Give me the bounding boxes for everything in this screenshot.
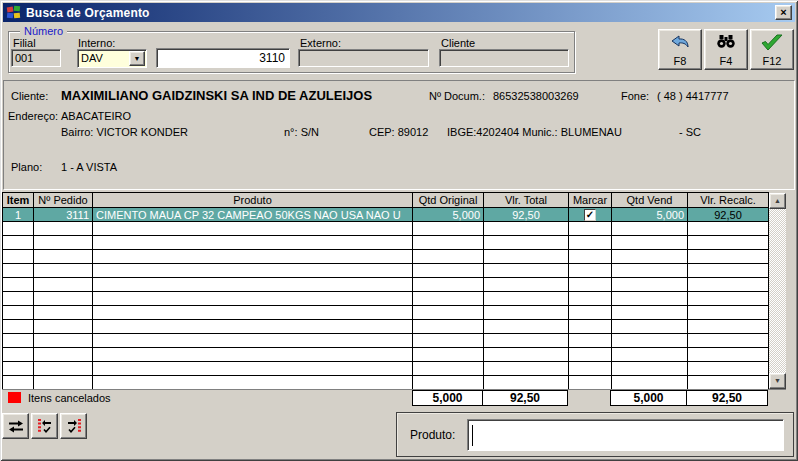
externo-label: Externo: — [300, 37, 341, 49]
table-header-row: Item Nº Pedido Produto Qtd Original Vlr.… — [3, 193, 769, 208]
busca-de-orcamento-window: Busca de Orçamento × Número Filial 001 I… — [0, 0, 798, 461]
totals-row: Itens cancelados 5,000 92,50 5,000 92,50 — [2, 389, 786, 405]
cep-line: CEP: 89012 — [369, 126, 428, 138]
table-row-empty[interactable] — [3, 376, 769, 390]
empty-cell — [612, 222, 688, 236]
empty-cell — [688, 348, 769, 362]
table-row-empty[interactable] — [3, 320, 769, 334]
empty-cell — [413, 320, 484, 334]
produto-input[interactable] — [467, 419, 784, 451]
window-title: Busca de Orçamento — [26, 6, 775, 20]
table-row-empty[interactable] — [3, 362, 769, 376]
scroll-up-icon[interactable]: ▲ — [769, 193, 786, 209]
swap-items-button[interactable] — [2, 413, 29, 439]
empty-cell — [569, 320, 612, 334]
empty-cell — [569, 292, 612, 306]
numero-group-label: Número — [20, 25, 67, 37]
empty-cell — [93, 320, 413, 334]
empty-cell — [569, 348, 612, 362]
empty-cell — [569, 334, 612, 348]
title-bar: Busca de Orçamento × — [3, 3, 795, 22]
empty-cell — [688, 320, 769, 334]
externo-field — [298, 49, 429, 67]
empty-cell — [688, 306, 769, 320]
empty-cell — [34, 250, 93, 264]
table-row-empty[interactable] — [3, 250, 769, 264]
total-vlr-recalc: 92,50 — [686, 390, 768, 406]
marcar-checkbox-checked[interactable]: ✓ — [584, 209, 596, 221]
table-row-selected[interactable]: 1 3111 CIMENTO MAUA CP 32 CAMPEAO 50KGS … — [3, 208, 769, 222]
scroll-down-icon[interactable]: ▼ — [769, 373, 786, 389]
empty-cell — [413, 334, 484, 348]
table-grid: Item Nº Pedido Produto Qtd Original Vlr.… — [2, 192, 769, 390]
empty-cell — [612, 306, 688, 320]
table-row-empty[interactable] — [3, 334, 769, 348]
empty-cell — [569, 376, 612, 390]
empty-cell — [688, 278, 769, 292]
empty-cell — [34, 320, 93, 334]
cliente-field — [439, 49, 569, 67]
empty-cell — [484, 362, 569, 376]
empty-cell — [413, 348, 484, 362]
col-header-vlr-total: Vlr. Total — [484, 193, 569, 208]
empty-cell — [612, 292, 688, 306]
empty-cell — [34, 348, 93, 362]
move-left-check-button[interactable] — [31, 413, 58, 439]
vertical-scrollbar[interactable]: ▲ ▼ — [769, 193, 786, 389]
empty-cell — [93, 250, 413, 264]
empty-cell — [612, 236, 688, 250]
table-row-empty[interactable] — [3, 278, 769, 292]
uf-line: - SC — [679, 126, 701, 138]
bairro-line: Bairro: VICTOR KONDER — [61, 126, 188, 138]
empty-cell — [3, 376, 34, 390]
empty-cell — [34, 376, 93, 390]
empty-cell — [413, 306, 484, 320]
empty-cell — [93, 278, 413, 292]
table-row-empty[interactable] — [3, 292, 769, 306]
empty-cell — [612, 334, 688, 348]
info-cliente-label: Cliente: — [11, 90, 48, 102]
table-row-empty[interactable] — [3, 222, 769, 236]
interno-type-value: DAV — [81, 52, 103, 64]
empty-cell — [612, 376, 688, 390]
filial-value: 001 — [15, 52, 33, 64]
move-right-check-button[interactable] — [60, 413, 87, 439]
empty-cell — [688, 236, 769, 250]
empty-cell — [3, 320, 34, 334]
empty-cell — [93, 348, 413, 362]
f4-button[interactable]: F4 — [704, 29, 748, 70]
swap-arrows-icon — [7, 419, 25, 433]
interno-type-combobox[interactable]: DAV ▼ — [77, 49, 147, 68]
interno-number-input[interactable] — [156, 48, 290, 68]
empty-cell — [413, 292, 484, 306]
empty-cell — [93, 334, 413, 348]
empty-cell — [484, 278, 569, 292]
table-row-empty[interactable] — [3, 306, 769, 320]
fone-label: Fone: — [621, 90, 649, 102]
close-icon[interactable]: × — [775, 5, 792, 20]
empty-cell — [688, 376, 769, 390]
binoculars-icon — [716, 34, 736, 49]
empty-cell — [612, 278, 688, 292]
cell-item: 1 — [3, 208, 34, 222]
f8-button[interactable]: F8 — [658, 29, 702, 70]
empty-cell — [612, 250, 688, 264]
empty-cell — [3, 264, 34, 278]
doc-label: Nº Docum.: — [429, 90, 485, 102]
cancelled-items-swatch — [8, 392, 21, 403]
chevron-down-icon[interactable]: ▼ — [129, 51, 145, 66]
table-row-empty[interactable] — [3, 348, 769, 362]
plano-label: Plano: — [11, 161, 42, 173]
arrow-right-check-icon — [65, 418, 83, 434]
empty-cell — [413, 362, 484, 376]
filial-field: 001 — [11, 49, 61, 67]
numero-line: n°: S/N — [284, 126, 319, 138]
empty-cell — [3, 362, 34, 376]
f12-button[interactable]: F12 — [750, 29, 794, 70]
empty-cell — [3, 292, 34, 306]
table-row-empty[interactable] — [3, 264, 769, 278]
table-row-empty[interactable] — [3, 236, 769, 250]
empty-cell — [612, 348, 688, 362]
empty-cell — [93, 376, 413, 390]
fone-value: ( 48 ) 4417777 — [657, 90, 729, 102]
